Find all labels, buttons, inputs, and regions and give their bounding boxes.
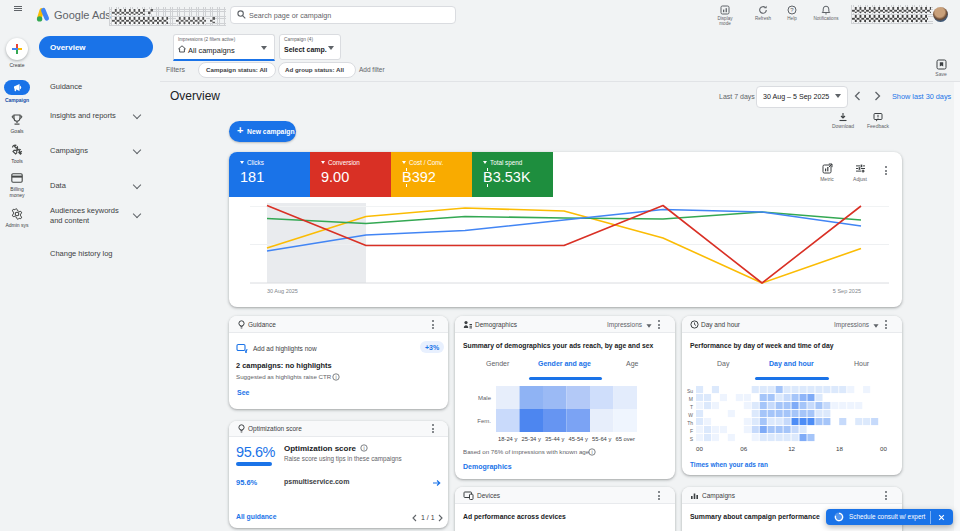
svg-text:T: T bbox=[690, 404, 693, 410]
svg-text:12: 12 bbox=[788, 445, 795, 452]
svg-text:i: i bbox=[363, 445, 364, 451]
svg-text:30 Aug 2025: 30 Aug 2025 bbox=[267, 288, 298, 294]
svg-text:18-24 y: 18-24 y bbox=[498, 436, 517, 442]
svg-text:M: M bbox=[689, 396, 693, 402]
svg-text:65 over: 65 over bbox=[616, 436, 635, 442]
svg-text:Su: Su bbox=[687, 388, 693, 394]
svg-text:55-64 y: 55-64 y bbox=[592, 436, 611, 442]
svg-text:25-34 y: 25-34 y bbox=[522, 436, 541, 442]
svg-text:?: ? bbox=[790, 7, 794, 13]
svg-text:06: 06 bbox=[740, 445, 747, 452]
svg-text:00: 00 bbox=[880, 445, 887, 452]
svg-text:00: 00 bbox=[696, 445, 703, 452]
svg-text:W: W bbox=[688, 412, 693, 418]
svg-text:Th: Th bbox=[687, 420, 693, 426]
svg-text:S: S bbox=[690, 436, 694, 442]
svg-text:Fem.: Fem. bbox=[477, 418, 491, 424]
svg-text:i: i bbox=[591, 449, 592, 455]
svg-text:35-44 y: 35-44 y bbox=[545, 436, 564, 442]
svg-text:Male: Male bbox=[478, 395, 492, 401]
svg-text:5 Sep 2025: 5 Sep 2025 bbox=[833, 288, 861, 294]
svg-text:F: F bbox=[690, 428, 693, 434]
svg-text:i: i bbox=[335, 374, 336, 380]
svg-text:18: 18 bbox=[836, 445, 843, 452]
svg-text:45-54 y: 45-54 y bbox=[569, 436, 588, 442]
